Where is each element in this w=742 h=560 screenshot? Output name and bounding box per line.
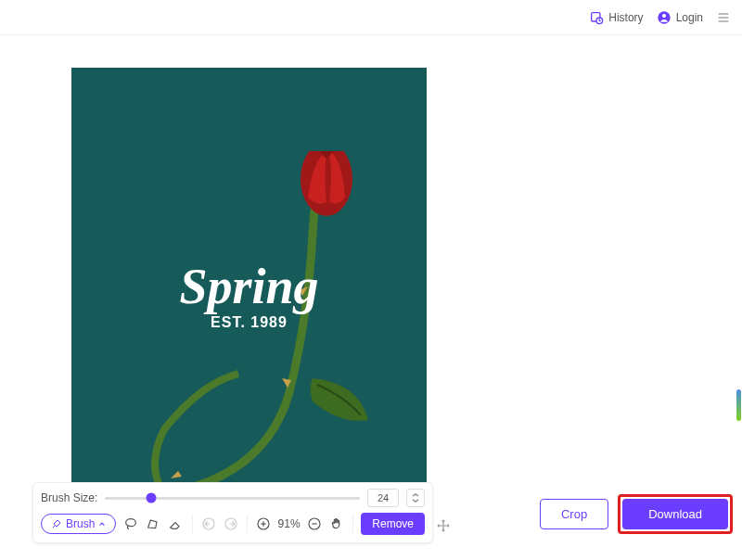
history-label: History <box>608 11 643 24</box>
eraser-tool[interactable] <box>167 514 184 534</box>
canvas[interactable]: Spring EST. 1989 <box>71 68 427 497</box>
tools-row: Brush 91% Remove <box>41 513 425 535</box>
brush-size-stepper[interactable] <box>406 489 425 507</box>
canvas-title: Spring <box>179 258 318 315</box>
bottom-actions: Crop Download <box>540 494 733 534</box>
zoom-level: 91% <box>278 517 301 530</box>
canvas-subtitle: EST. 1989 <box>211 314 288 331</box>
history-link[interactable]: History <box>589 10 643 25</box>
download-highlight: Download <box>618 494 733 534</box>
svg-point-3 <box>662 14 666 18</box>
toolbar: Brush Size: 24 Brush 91% Remove <box>32 482 433 543</box>
brush-size-slider[interactable] <box>105 497 360 500</box>
slider-thumb[interactable] <box>146 493 156 503</box>
brush-size-row: Brush Size: 24 <box>41 489 425 513</box>
scrollbar[interactable] <box>736 389 741 421</box>
zoom-out-button[interactable] <box>306 514 323 534</box>
divider <box>247 515 248 533</box>
move-handle-icon[interactable] <box>436 518 451 533</box>
login-label: Login <box>676 11 703 24</box>
divider <box>352 515 353 533</box>
chevron-up-icon <box>98 520 106 528</box>
history-icon <box>589 10 604 25</box>
menu-button[interactable] <box>716 10 731 25</box>
brush-size-label: Brush Size: <box>41 491 97 504</box>
undo-button[interactable] <box>199 514 216 534</box>
hamburger-icon <box>716 10 731 25</box>
divider <box>192 515 193 533</box>
brush-size-value[interactable]: 24 <box>367 489 399 507</box>
brush-icon <box>51 518 62 529</box>
brush-label: Brush <box>66 517 95 530</box>
redo-button[interactable] <box>223 514 239 534</box>
topbar: History Login <box>0 0 742 35</box>
pan-tool[interactable] <box>328 514 345 534</box>
brush-tool-button[interactable]: Brush <box>41 514 116 534</box>
svg-point-7 <box>301 151 352 216</box>
download-button[interactable]: Download <box>622 499 728 529</box>
svg-point-8 <box>125 519 135 527</box>
login-link[interactable]: Login <box>657 10 703 25</box>
polygon-tool[interactable] <box>145 514 161 534</box>
user-icon <box>657 10 672 25</box>
lasso-tool[interactable] <box>122 514 138 534</box>
remove-button[interactable]: Remove <box>361 513 425 535</box>
crop-button[interactable]: Crop <box>540 499 608 529</box>
zoom-in-button[interactable] <box>255 514 272 534</box>
